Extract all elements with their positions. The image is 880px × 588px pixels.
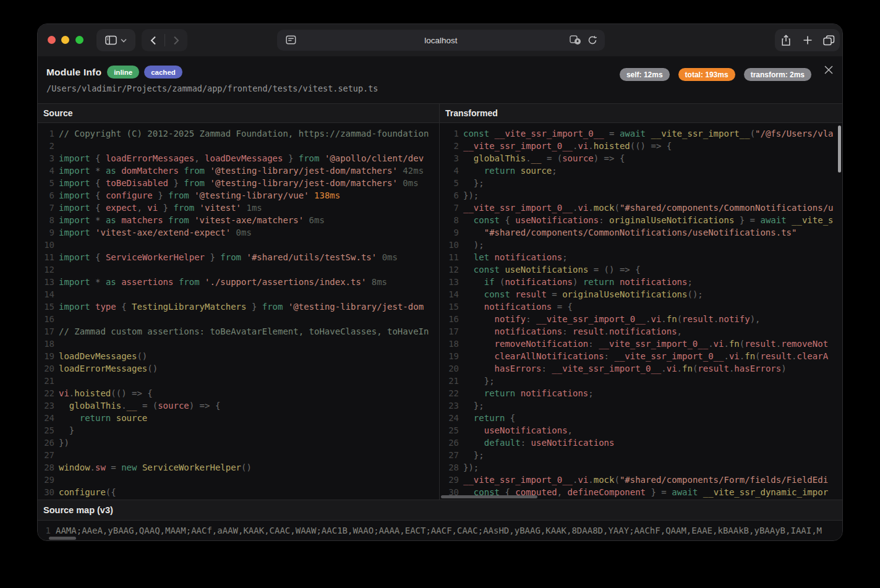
- code-line: 24 return source: [38, 412, 439, 424]
- sourcemap-line: 1 AAMA;AAeA,yBAAG,QAAQ,MAAM;AACf,aAAW,KA…: [38, 521, 842, 537]
- module-badges: inlinecached: [107, 66, 182, 79]
- code-line: 10 );: [440, 239, 842, 251]
- address-bar[interactable]: localhost: [277, 30, 605, 51]
- privacy-badge-icon[interactable]: [570, 35, 581, 45]
- vertical-scrollbar[interactable]: [838, 126, 841, 173]
- sidebar-toggle-button[interactable]: [96, 29, 135, 51]
- code-line: 5import { toBeDisabled } from '@testing-…: [38, 177, 439, 189]
- code-line: 20loadErrorMessages(): [38, 362, 439, 375]
- timing-badges: self: 12mstotal: 193mstransform: 2ms: [620, 68, 811, 81]
- share-button[interactable]: [775, 29, 797, 51]
- module-path: /Users/vladimir/Projects/zammad/app/fron…: [46, 83, 378, 93]
- code-line: 8 const { useNotifications: originalUseN…: [440, 214, 842, 226]
- code-line: 21: [38, 375, 439, 387]
- code-line: 8import * as matchers from 'vitest-axe/m…: [38, 214, 439, 226]
- minimize-window-button[interactable]: [61, 36, 69, 44]
- code-line: 13 if (notifications) return notificatio…: [440, 276, 842, 288]
- browser-toolbar: localhost: [38, 24, 842, 56]
- code-line: 26}): [38, 437, 439, 449]
- tab-overview-button[interactable]: [818, 29, 840, 51]
- browser-window: localhost: [37, 23, 843, 541]
- navigation-buttons: [142, 29, 187, 51]
- code-line: 9import 'vitest-axe/extend-expect' 0ms: [38, 226, 439, 239]
- page-settings-icon[interactable]: [286, 35, 296, 45]
- code-line: 4import * as domMatchers from '@testing-…: [38, 164, 439, 177]
- code-line: 3 globalThis.__ = (source) => {: [440, 152, 842, 164]
- code-line: 16 notify: __vite_ssr_import_0__.vi.fn(r…: [440, 313, 842, 325]
- code-line: 22 return notifications;: [440, 387, 842, 399]
- cached-badge: cached: [144, 66, 182, 79]
- code-line: 29__vite_ssr_import_0__.vi.mock("#shared…: [440, 474, 842, 486]
- code-line: 13import * as assertions from './support…: [38, 276, 439, 288]
- code-line: 27: [38, 449, 439, 461]
- code-line: 12 const useNotifications = () => {: [440, 263, 842, 276]
- code-line: 22vi.hoisted(() => {: [38, 387, 439, 399]
- source-panel-title: Source: [38, 104, 439, 123]
- code-line: 1const __vite_ssr_import_0__ = await __v…: [440, 127, 842, 140]
- code-line: 29: [38, 474, 439, 486]
- code-line: 15 notifications = {: [440, 300, 842, 313]
- reload-button[interactable]: [587, 35, 597, 45]
- code-line: 14 const result = originalUseNotificatio…: [440, 288, 842, 300]
- toolbar-actions: [775, 29, 840, 51]
- code-line: 9 "#shared/components/CommonNotification…: [440, 226, 842, 239]
- line-number: 1: [38, 524, 51, 537]
- code-line: 21 };: [440, 375, 842, 387]
- code-line: 15import type { TestingLibraryMatchers }…: [38, 300, 439, 313]
- forward-button[interactable]: [164, 29, 187, 51]
- code-line: 23 };: [440, 399, 842, 412]
- code-line: 11import { ServiceWorkerHelper } from '#…: [38, 251, 439, 263]
- sourcemap-horizontal-scrollbar[interactable]: [49, 537, 76, 540]
- close-button[interactable]: [823, 64, 834, 75]
- code-line: 3import { loadErrorMessages, loadDevMess…: [38, 152, 439, 164]
- sourcemap-title: Source map (v3): [38, 500, 842, 521]
- new-tab-button[interactable]: [797, 29, 818, 51]
- timing-self: self: 12ms: [620, 68, 670, 81]
- code-line: 28});: [440, 461, 842, 474]
- code-line: 19 clearAllNotifications: __vite_ssr_imp…: [440, 350, 842, 362]
- code-line: 19loadDevMessages(): [38, 350, 439, 362]
- code-line: 25 useNotifications,: [440, 424, 842, 437]
- code-line: 30configure({: [38, 486, 439, 498]
- code-panels: Source 1// Copyright (C) 2012-2025 Zamma…: [38, 103, 842, 500]
- zoom-window-button[interactable]: [75, 36, 83, 44]
- code-line: 18 removeNotification: __vite_ssr_import…: [440, 338, 842, 350]
- code-line: 27 };: [440, 449, 842, 461]
- transformed-code: 1const __vite_ssr_import_0__ = await __v…: [440, 123, 842, 500]
- code-line: 28window.sw = new ServiceWorkerHelper(): [38, 461, 439, 474]
- sidebar-icon: [105, 35, 117, 45]
- code-line: 16: [38, 313, 439, 325]
- code-line: 2__vite_ssr_import_0__.vi.hoisted(() => …: [440, 140, 842, 152]
- chevron-down-icon: [121, 38, 127, 43]
- close-window-button[interactable]: [48, 36, 56, 44]
- code-line: 20 hasErrors: __vite_ssr_import_0__.vi.f…: [440, 362, 842, 375]
- source-panel: Source 1// Copyright (C) 2012-2025 Zamma…: [38, 104, 439, 500]
- code-line: 12: [38, 263, 439, 276]
- horizontal-scrollbar[interactable]: [441, 495, 537, 498]
- code-line: 6import { configure } from '@testing-lib…: [38, 189, 439, 202]
- module-info-header: Module Info inlinecached /Users/vladimir…: [38, 56, 842, 103]
- transformed-panel: Transformed 1const __vite_ssr_import_0__…: [439, 104, 842, 500]
- code-line: 7import { expect, vi } from 'vitest' 1ms: [38, 202, 439, 214]
- code-line: 5 };: [440, 177, 842, 189]
- sourcemap-mappings: AAMA;AAeA,yBAAG,QAAQ,MAAM;AACf,aAAW,KAAK…: [56, 524, 822, 537]
- transformed-panel-title: Transformed: [440, 104, 842, 123]
- code-line: 1// Copyright (C) 2012-2025 Zammad Found…: [38, 127, 439, 140]
- back-button[interactable]: [142, 29, 164, 51]
- code-line: 14: [38, 288, 439, 300]
- code-line: 4 return source;: [440, 164, 842, 177]
- code-line: 17// Zammad custom assertions: toBeAvata…: [38, 325, 439, 338]
- url-text: localhost: [277, 36, 605, 45]
- inline-badge: inline: [107, 66, 139, 79]
- code-line: 26 default: useNotifications: [440, 437, 842, 449]
- code-line: 24 return {: [440, 412, 842, 424]
- code-line: 17 notifications: result.notifications,: [440, 325, 842, 338]
- timing-total: total: 193ms: [678, 68, 735, 81]
- timing-transform: transform: 2ms: [744, 68, 811, 81]
- page-title: Module Info: [46, 67, 101, 78]
- code-line: 18: [38, 338, 439, 350]
- code-line: 11 let notifications;: [440, 251, 842, 263]
- code-line: 7__vite_ssr_import_0__.vi.mock("#shared/…: [440, 202, 842, 214]
- source-code: 1// Copyright (C) 2012-2025 Zammad Found…: [38, 123, 439, 500]
- code-line: 10: [38, 239, 439, 251]
